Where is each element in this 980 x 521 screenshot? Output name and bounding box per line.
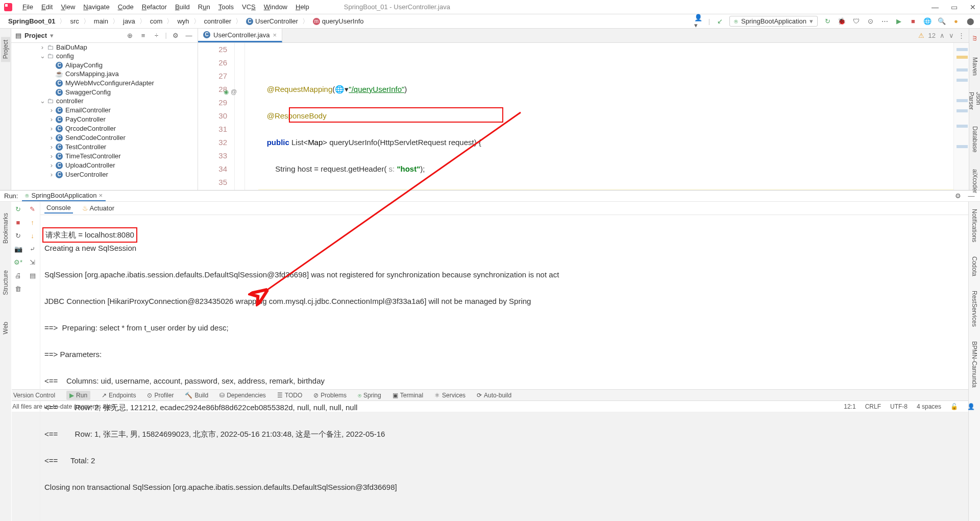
stop-icon[interactable]: ■ [909,17,918,26]
left-rail-bookmarks[interactable]: Bookmarks [1,210,10,247]
tree-arrow-icon[interactable]: › [48,115,55,123]
close-run-tab-icon[interactable]: × [99,192,103,199]
line-number[interactable]: 30 [198,109,227,123]
menu-tools[interactable]: Tools [214,3,238,11]
tree-item[interactable]: ›CSendCodeController [11,133,198,142]
line-number[interactable]: 34 [198,162,227,176]
right-rail-maven[interactable]: m [970,33,979,44]
tree-arrow-icon[interactable]: ⌄ [39,52,46,60]
right-rail-maven-label[interactable]: Maven [970,54,979,79]
right-rail-notifications[interactable]: Notifications [970,207,979,244]
rerun-icon[interactable]: ↻ [823,17,832,26]
gear-icon[interactable]: ⚙ [171,31,180,40]
code-editor[interactable]: @RequestMapping(🌐▾"/queryUserInfo") @Res… [245,43,953,190]
more-run-icon[interactable]: ⋯ [880,17,889,26]
line-number[interactable]: 29 [198,96,227,109]
tree-item[interactable]: CAlipayConfig [11,60,198,69]
line-number[interactable]: 27 [198,69,227,83]
update-icon[interactable]: ● [951,17,961,26]
up-icon[interactable]: ↑ [28,217,38,227]
override-icon[interactable]: @ [231,85,237,99]
line-number[interactable]: 28◉@ [198,83,227,96]
breadcrumb[interactable]: src [67,17,82,25]
tree-arrow-icon[interactable]: › [39,43,46,51]
breadcrumb[interactable]: wyh [174,17,192,25]
gear-icon[interactable]: ⚙ [953,192,963,201]
run-config-selector[interactable]: ⍟ SpringBootApplication ▾ [729,16,818,27]
menu-navigate[interactable]: Navigate [79,3,113,11]
profiler-icon[interactable]: ⊙ [866,17,875,26]
run-tab[interactable]: ⍟SpringBootApplication × [22,191,106,201]
down-icon[interactable]: ↓ [28,230,38,241]
tree-item[interactable]: ›CUserController [11,170,198,179]
rerun-button[interactable]: ↻ [13,204,23,214]
tree-item[interactable]: ›CQrcodeController [11,124,198,133]
stop-button[interactable]: ■ [13,217,23,227]
breadcrumb[interactable]: java [120,17,138,25]
console-tab[interactable]: Console [44,203,73,214]
tree-item[interactable]: CMyWebMvcConfigurerAdapter [11,78,198,87]
layout-icon[interactable]: ▤ [28,270,38,280]
scroll-icon[interactable]: ⇲ [28,257,38,267]
right-rail-rest[interactable]: RestServices [970,289,979,329]
breadcrumb-root[interactable]: SpringBoot_01 [5,17,58,25]
menu-file[interactable]: File [18,3,37,11]
camera-icon[interactable]: 📷 [13,244,23,254]
line-number[interactable]: 31 [198,123,227,136]
tree-item[interactable]: ›CTestController [11,142,198,151]
tree-item[interactable]: ›CPayController [11,114,198,124]
hide-panel-icon[interactable]: — [184,31,193,40]
tree-arrow-icon[interactable]: › [48,143,55,151]
debug-icon[interactable]: 🐞 [837,17,846,26]
line-number[interactable]: 25 [198,43,227,56]
collapse-all-icon[interactable]: ÷ [152,31,161,40]
inspection-icon[interactable]: 👤 [967,403,975,410]
line-number[interactable]: 26 [198,56,227,69]
menu-help[interactable]: Help [291,3,313,11]
tree-item[interactable]: ⌄🗀controller [11,97,198,105]
edit-toggles-icon[interactable]: ✎ [28,204,38,214]
tree-item[interactable]: ›CTimeTestController [11,151,198,160]
search-icon[interactable]: 🔍 [937,17,946,26]
tree-arrow-icon[interactable]: › [48,161,55,169]
tree-arrow-icon[interactable]: ⌄ [39,97,46,105]
menu-run[interactable]: Run [194,3,214,11]
run-coverage-icon[interactable]: 🛡 [851,17,861,26]
tree-item[interactable]: ›CEmailController [11,105,198,114]
left-rail-structure[interactable]: Structure [1,267,10,298]
line-number[interactable]: 32 [198,136,227,149]
tree-item[interactable]: ›CUploadController [11,160,198,170]
print-icon[interactable]: 🖨 [13,270,23,280]
tree-item[interactable]: ☕CorsMapping.java [11,69,198,78]
menu-vcs[interactable]: VCS [238,3,260,11]
breadcrumb[interactable]: controller [201,17,234,25]
line-number[interactable]: 35 [198,176,227,189]
line-number[interactable]: 33 [198,149,227,162]
menu-build[interactable]: Build [171,3,194,11]
tree-item[interactable]: CSwaggerConfig [11,87,198,97]
tree-arrow-icon[interactable]: › [48,106,55,114]
tree-item[interactable]: ⌄🗀config [11,52,198,60]
nav-prev-icon[interactable]: ∧ [940,32,945,39]
menu-refactor[interactable]: Refactor [138,3,171,11]
left-rail-project[interactable]: Project [1,37,10,62]
tree-arrow-icon[interactable]: › [48,171,55,178]
breadcrumb[interactable]: main [91,17,111,25]
tree-arrow-icon[interactable]: › [48,134,55,141]
menu-edit[interactable]: Edit [37,3,57,11]
menu-code[interactable]: Code [114,3,138,11]
menu-window[interactable]: Window [260,3,291,11]
console-output[interactable]: 请求主机 = localhost:8080 Creating a new Sql… [40,215,968,521]
maximize-icon[interactable]: ▭ [951,3,958,11]
right-rail-codota[interactable]: Codota [970,254,979,278]
editor-more-icon[interactable]: ⋮ [958,32,965,39]
hide-run-panel-icon[interactable]: — [967,192,976,201]
wrap-icon[interactable]: ⤶ [28,244,38,254]
minimap[interactable] [953,43,969,190]
expand-all-icon[interactable]: ≡ [139,31,148,40]
nav-next-icon[interactable]: ∨ [949,32,954,39]
trash-icon[interactable]: 🗑 [13,283,23,294]
close-tab-icon[interactable]: × [273,31,277,39]
minimize-icon[interactable]: — [932,3,939,11]
breadcrumb[interactable]: com [147,17,166,25]
